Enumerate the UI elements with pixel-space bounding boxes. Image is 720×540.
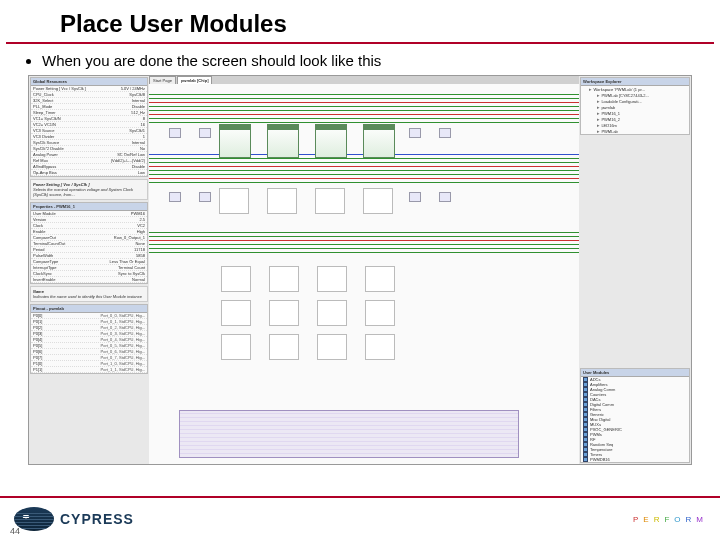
page-number: 44 (10, 526, 20, 536)
pin-routing-fabric (179, 410, 519, 458)
tagline-letter: R (686, 515, 695, 524)
property-row[interactable]: P1[1]Port_1_1, StdCPU, Hig... (31, 367, 147, 373)
property-row[interactable]: Op-Amp BiasLow (31, 170, 147, 176)
digital-block-empty[interactable] (315, 188, 345, 214)
chip-canvas[interactable] (149, 84, 579, 464)
routing-bus (149, 114, 579, 115)
mux-icon[interactable] (199, 192, 211, 202)
bullet-item: When you are done the screen should look… (42, 52, 720, 69)
digital-block-placed[interactable] (363, 124, 395, 158)
user-modules-list[interactable]: ADCsAmplifiersAnalog CommCountersDACsDig… (581, 377, 689, 462)
properties-panel: Properties - PWM16_1 User ModulePWM16Ver… (30, 202, 148, 284)
embedded-screenshot: Global Resources Power Setting [ Vcc / S… (28, 75, 692, 465)
analog-block[interactable] (221, 334, 251, 360)
user-modules-title: User Modules (581, 369, 689, 377)
routing-bus (149, 170, 579, 171)
analog-block[interactable] (317, 266, 347, 292)
design-canvas-area: Start Page pwmlab [Chip] (149, 76, 579, 464)
routing-bus (149, 236, 579, 237)
digital-block-placed[interactable] (315, 124, 347, 158)
routing-bus (149, 106, 579, 107)
slide-footer: CYPRESS PERFORM (0, 496, 720, 540)
routing-bus (149, 98, 579, 99)
routing-bus (149, 244, 579, 245)
routing-bus (149, 252, 579, 253)
analog-block[interactable] (365, 334, 395, 360)
routing-bus (149, 174, 579, 175)
editor-tabs: Start Page pwmlab [Chip] (149, 76, 579, 84)
tab-start-page[interactable]: Start Page (149, 76, 176, 84)
tagline-letter: F (664, 515, 672, 524)
routing-bus (149, 248, 579, 249)
routing-bus (149, 94, 579, 95)
title-rule (6, 42, 714, 44)
property-row[interactable]: InvertEnableNormal (31, 277, 147, 283)
global-resources-panel: Global Resources Power Setting [ Vcc / S… (30, 77, 148, 177)
routing-bus (149, 158, 579, 159)
analog-block[interactable] (269, 300, 299, 326)
routing-bus (149, 232, 579, 233)
right-sidebar: Workspace Explorer Workspace 'PWMLab' (1… (579, 76, 691, 464)
pinout-panel: Pinout - pwmlab P0[0]Port_0_0, StdCPU, H… (30, 304, 148, 374)
routing-bus (149, 166, 579, 167)
digital-block-empty[interactable] (363, 188, 393, 214)
analog-block[interactable] (365, 266, 395, 292)
workspace-explorer-panel: Workspace Explorer Workspace 'PWMLab' (1… (580, 77, 690, 135)
workspace-explorer-title: Workspace Explorer (581, 78, 689, 86)
digital-block-placed[interactable] (267, 124, 299, 158)
mux-icon[interactable] (439, 128, 451, 138)
routing-bus (149, 118, 579, 119)
perform-tagline: PERFORM (633, 515, 706, 524)
pinout-title: Pinout - pwmlab (31, 305, 147, 313)
mux-icon[interactable] (409, 128, 421, 138)
user-modules-panel: User Modules ADCsAmplifiersAnalog CommCo… (580, 368, 690, 463)
bullet-list: When you are done the screen should look… (0, 52, 720, 69)
routing-bus (149, 162, 579, 163)
mux-icon[interactable] (169, 128, 181, 138)
mux-icon[interactable] (199, 128, 211, 138)
cypress-logo: CYPRESS (14, 507, 134, 531)
analog-block[interactable] (221, 266, 251, 292)
analog-block[interactable] (365, 300, 395, 326)
mux-icon[interactable] (439, 192, 451, 202)
properties-desc: Name Indicates the name used to identify… (30, 286, 148, 302)
tagline-letter: E (643, 515, 651, 524)
tagline-letter: M (696, 515, 706, 524)
tagline-letter: P (633, 515, 641, 524)
mux-icon[interactable] (169, 192, 181, 202)
analog-block[interactable] (317, 300, 347, 326)
digital-block-empty[interactable] (219, 188, 249, 214)
module-icon (583, 457, 588, 462)
digital-block-empty[interactable] (267, 188, 297, 214)
global-resources-title: Global Resources (31, 78, 147, 86)
analog-block[interactable] (317, 334, 347, 360)
gr-desc-text: Selects the nominal operation voltage an… (33, 187, 133, 197)
tree-item[interactable]: PWMLab (597, 128, 689, 134)
global-resources-desc: Power Setting [ Vcc / SysClk ] Selects t… (30, 179, 148, 200)
routing-bus (149, 240, 579, 241)
routing-bus (149, 122, 579, 123)
user-module-item[interactable]: PWMDB16 (581, 457, 689, 462)
routing-bus (149, 178, 579, 179)
left-sidebar: Global Resources Power Setting [ Vcc / S… (29, 76, 149, 464)
analog-block[interactable] (269, 266, 299, 292)
digital-block-placed[interactable] (219, 124, 251, 158)
properties-title: Properties - PWM16_1 (31, 203, 147, 211)
routing-bus (149, 182, 579, 183)
workspace-tree[interactable]: Workspace 'PWMLab' (1 pr...PWMLab [CY8C2… (581, 86, 689, 134)
mux-icon[interactable] (409, 192, 421, 202)
prop-desc-text: Indicates the name used to identify this… (33, 294, 142, 299)
analog-block[interactable] (221, 300, 251, 326)
tagline-letter: R (654, 515, 663, 524)
slide-title: Place User Modules (0, 0, 720, 42)
analog-block[interactable] (269, 334, 299, 360)
routing-bus (149, 102, 579, 103)
tab-chip-editor[interactable]: pwmlab [Chip] (177, 76, 213, 84)
tagline-letter: O (674, 515, 683, 524)
routing-bus (149, 110, 579, 111)
cypress-logo-text: CYPRESS (60, 511, 134, 527)
